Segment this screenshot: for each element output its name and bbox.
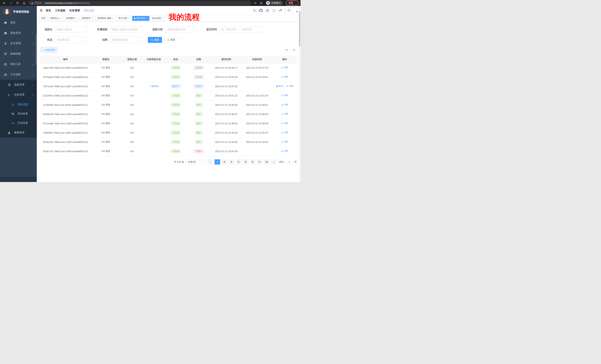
- sidebar-item-home[interactable]: 首页: [0, 18, 37, 28]
- pager-page-2[interactable]: 2: [221, 159, 227, 164]
- tab[interactable]: 流程模型 ×: [64, 16, 79, 21]
- address-bar[interactable]: 不安全 dashboard.yudao.iocoder.cn /bpm/task…: [28, 1, 251, 5]
- tab[interactable]: 发起流程 ×: [150, 16, 165, 21]
- sidebar-item-leave-query[interactable]: 请假查询: [0, 128, 37, 138]
- result-select[interactable]: 请选择流结果: [110, 37, 142, 43]
- detail-button[interactable]: 详情: [281, 140, 288, 144]
- sidebar-item-infrastructure[interactable]: 基础设施: [0, 49, 37, 59]
- detail-button[interactable]: 详情: [281, 131, 288, 134]
- table-row[interactable]: 52ffd28e-7b9a-11ec-a290-acde48001122 OA …: [40, 128, 297, 137]
- page-scrollbar-thumb[interactable]: [299, 11, 300, 46]
- pager-page-4[interactable]: 4: [236, 159, 241, 164]
- pager-page-1[interactable]: 1: [214, 159, 220, 164]
- sidebar-item-label: 基础设施: [10, 52, 21, 56]
- sidebar-item-payment[interactable]: 支付管理: [0, 38, 37, 49]
- tab-close-icon[interactable]: ×: [162, 17, 163, 19]
- avatar-dropdown-caret[interactable]: [296, 11, 298, 12]
- process-input-wrap: [110, 26, 142, 33]
- sidebar-scrollbar-thumb[interactable]: [36, 34, 36, 65]
- password-key-icon[interactable]: [254, 1, 257, 5]
- detail-button[interactable]: 详情: [286, 85, 293, 88]
- tab-close-icon[interactable]: ×: [128, 17, 130, 19]
- tab[interactable]: 用户分组 ×: [116, 16, 131, 21]
- tab[interactable]: 我的流程 ×: [132, 16, 149, 21]
- process-name: OA 请假: [101, 150, 110, 153]
- pager-page-11[interactable]: 11: [264, 159, 270, 164]
- detail-button[interactable]: 详情: [281, 112, 288, 115]
- sidebar-item-process-management[interactable]: 流程管理: [0, 80, 37, 90]
- browser-back-icon[interactable]: [3, 1, 6, 5]
- next-page-button[interactable]: ›: [271, 159, 277, 164]
- detail-button[interactable]: 详情: [281, 103, 288, 106]
- avatar[interactable]: [285, 8, 293, 15]
- prev-page-button[interactable]: ‹: [208, 159, 213, 164]
- tab-close-icon[interactable]: ×: [76, 17, 77, 19]
- detail-button[interactable]: 详情: [281, 94, 288, 97]
- end-time: 2022-01-22 23:45:37: [246, 131, 268, 134]
- sidebar-item-workflow[interactable]: 工作流程: [0, 69, 37, 80]
- refresh-table-button[interactable]: [291, 47, 297, 53]
- sidebar-item-done-tasks[interactable]: 已办任务: [0, 118, 37, 128]
- github-icon[interactable]: [259, 9, 263, 12]
- sidebar-item-devtools[interactable]: 研发工具: [0, 59, 37, 69]
- bookmark-star-icon[interactable]: [260, 1, 263, 5]
- tab[interactable]: 流程表单 ×: [80, 16, 95, 21]
- hamburger-icon[interactable]: [39, 9, 43, 12]
- sidebar-item-system[interactable]: 系统管理: [0, 28, 37, 38]
- sidebar-collapse-bar[interactable]: [0, 177, 37, 182]
- browser-forward-icon[interactable]: [9, 1, 12, 5]
- pager-page-6[interactable]: 6: [250, 159, 255, 164]
- toggle-search-button[interactable]: [284, 47, 289, 53]
- current-task-link[interactable]: 一级审批: [149, 85, 159, 87]
- detail-button[interactable]: 详情: [281, 150, 288, 153]
- table-row[interactable]: 67c2eaab-7b9a-11ec-a290-acde48001122 OA …: [40, 119, 297, 128]
- reset-button[interactable]: 重置: [164, 37, 178, 43]
- breadcrumb-task-management[interactable]: 任务管理: [70, 9, 80, 12]
- sidebar-item-task-management[interactable]: 任务管理: [0, 90, 37, 100]
- table-row[interactable]: 03c6c157-7b9a-11ec-a290-acde48001122 OA …: [40, 147, 297, 156]
- search-button[interactable]: 搜索: [148, 37, 162, 43]
- browser-home-icon[interactable]: [23, 1, 26, 5]
- table-row[interactable]: 3ad174fb-7b9d-11ec-8404-acde48001122 OA …: [40, 63, 297, 72]
- start-process-button[interactable]: + 发起流程: [40, 47, 58, 53]
- browser-reload-icon[interactable]: [16, 1, 19, 5]
- fullscreen-icon[interactable]: [272, 9, 276, 12]
- date-range-picker[interactable]: 开始日期 - 结束日期: [219, 26, 262, 33]
- status-select[interactable]: 请选择状态: [55, 37, 87, 43]
- table-row[interactable]: 7470a810-7b9b-11ec-b5b7-acde48001122 OA …: [40, 72, 297, 82]
- sidebar-item-my-processes[interactable]: 我的流程: [0, 100, 37, 109]
- header-search-icon[interactable]: [253, 9, 256, 12]
- tab-close-icon[interactable]: ×: [112, 17, 114, 19]
- tab-close-icon[interactable]: ×: [60, 17, 61, 19]
- detail-button[interactable]: 详情: [281, 75, 288, 78]
- font-size-icon[interactable]: TT: [279, 9, 282, 12]
- pager-page-3[interactable]: 3: [229, 159, 234, 164]
- table-row[interactable]: ec45f38f-7b9a-11ec-b03b-acde48001122 OA …: [40, 100, 297, 109]
- breadcrumb-home[interactable]: 首页: [46, 9, 51, 12]
- sidebar-item-todo-tasks[interactable]: 待办任务: [0, 109, 37, 118]
- detail-button[interactable]: 详情: [281, 122, 288, 125]
- help-icon[interactable]: [266, 9, 269, 12]
- tab[interactable]: 流程表单-编辑 ×: [96, 16, 116, 21]
- end-time: 2022-01-23 00:07:03: [246, 67, 268, 69]
- process-input[interactable]: [112, 28, 140, 31]
- page-size-select[interactable]: 10条/页: [186, 159, 204, 164]
- table-row[interactable]: 819442e8-7b9a-11ec-a290-acde48001122 OA …: [40, 109, 297, 119]
- tab-close-icon[interactable]: ×: [146, 17, 148, 19]
- app-logo[interactable]: 芋道管理系统: [0, 6, 37, 18]
- category-select[interactable]: 请选择流程分类: [165, 26, 197, 33]
- name-input[interactable]: [57, 28, 85, 31]
- detail-button[interactable]: 详情: [281, 66, 288, 69]
- pager-page-5[interactable]: 5: [243, 159, 248, 164]
- browser-menu-update-button[interactable]: 更新 ⋮: [286, 0, 299, 5]
- tab[interactable]: 首页: [40, 16, 47, 21]
- pager-ellipsis[interactable]: •••: [257, 159, 262, 164]
- table-row[interactable]: 7317cec6-7b9b-11ec-b5b7-acde48001122 OA …: [40, 82, 297, 91]
- table-row[interactable]: 331bc281-7b9a-11ec-a290-acde48001122 OA …: [40, 137, 297, 147]
- tab[interactable]: 流程定义 ×: [49, 16, 63, 21]
- cancel-button[interactable]: 取消: [276, 85, 283, 88]
- tab-close-icon[interactable]: ×: [91, 17, 93, 19]
- breadcrumb-workflow[interactable]: 工作流程: [55, 9, 65, 12]
- table-row[interactable]: 2152467e-7b9b-11ec-9a1b-acde48001122 OA …: [40, 91, 297, 100]
- goto-page-input[interactable]: [285, 159, 293, 164]
